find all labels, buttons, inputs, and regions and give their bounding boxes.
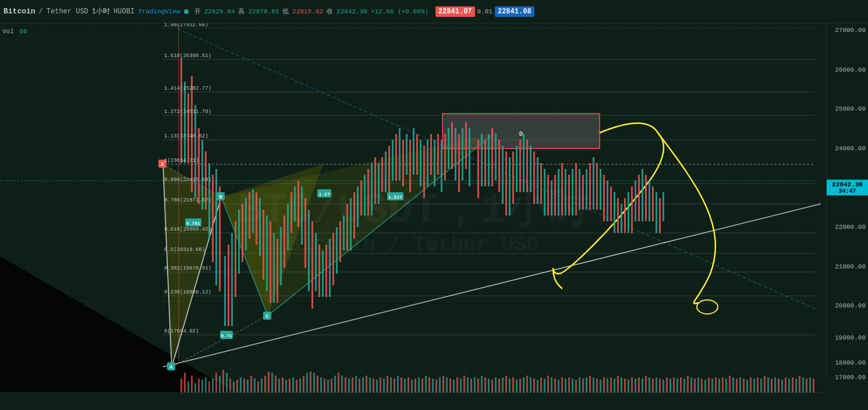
svg-rect-192 — [271, 373, 273, 393]
svg-rect-63 — [301, 186, 303, 245]
svg-rect-211 — [338, 373, 339, 393]
svg-text:0(17604.62): 0(17604.62) — [164, 328, 199, 334]
svg-rect-313 — [694, 379, 696, 393]
svg-rect-292 — [621, 377, 622, 393]
svg-rect-308 — [676, 379, 678, 393]
svg-rect-106 — [451, 122, 453, 169]
low-value: 22815.82 — [292, 8, 323, 15]
current-price: 22842.30 — [829, 181, 866, 188]
svg-rect-245 — [456, 377, 458, 393]
svg-text:1.414(25282.77): 1.414(25282.77) — [164, 86, 211, 91]
svg-rect-250 — [474, 377, 476, 393]
svg-rect-269 — [540, 377, 542, 393]
svg-rect-332 — [760, 379, 762, 393]
svg-rect-163 — [656, 192, 657, 233]
svg-rect-296 — [635, 379, 636, 393]
platform: TradingView — [138, 8, 180, 15]
svg-rect-169 — [191, 376, 193, 393]
svg-rect-234 — [418, 377, 420, 393]
svg-rect-184 — [243, 379, 245, 393]
timeframe[interactable]: 1小时 — [92, 6, 110, 16]
svg-rect-162 — [652, 186, 654, 221]
svg-text:1.13(23740.62): 1.13(23740.62) — [164, 133, 208, 139]
svg-rect-68 — [318, 245, 320, 297]
svg-rect-171 — [198, 379, 200, 393]
open-value: 22829.64 — [204, 8, 235, 15]
svg-rect-67 — [315, 233, 317, 291]
svg-rect-196 — [285, 380, 287, 393]
svg-rect-204 — [313, 373, 315, 393]
svg-rect-141 — [579, 169, 580, 210]
svg-rect-175 — [212, 379, 214, 393]
svg-rect-147 — [600, 169, 601, 210]
svg-rect-219 — [366, 376, 367, 393]
svg-rect-96 — [416, 134, 418, 175]
svg-rect-134 — [554, 175, 556, 215]
low-label: 低 — [282, 7, 289, 16]
svg-rect-242 — [446, 377, 448, 393]
svg-rect-118 — [498, 140, 500, 192]
svg-rect-131 — [544, 169, 545, 215]
svg-text:0.781: 0.781 — [186, 221, 200, 226]
svg-rect-252 — [481, 376, 483, 393]
svg-rect-148 — [603, 175, 605, 221]
svg-rect-140 — [575, 163, 577, 215]
y-price-level: 19000.00 — [835, 334, 866, 341]
svg-rect-333 — [764, 376, 766, 393]
svg-rect-217 — [359, 379, 360, 393]
svg-rect-155 — [628, 192, 629, 233]
svg-rect-88 — [388, 146, 390, 192]
svg-text:1.272(24511.70): 1.272(24511.70) — [164, 109, 211, 115]
svg-rect-311 — [687, 376, 689, 393]
svg-rect-224 — [383, 379, 385, 393]
vol-value: 60 — [19, 28, 27, 35]
svg-rect-154 — [624, 198, 626, 233]
svg-rect-274 — [558, 380, 559, 393]
svg-rect-121 — [509, 157, 511, 215]
svg-rect-279 — [575, 380, 577, 393]
svg-rect-125 — [523, 134, 525, 192]
svg-text:0.382(19678.91): 0.382(19678.91) — [164, 266, 211, 271]
svg-rect-307 — [673, 377, 675, 393]
svg-rect-64 — [304, 198, 306, 268]
svg-rect-46 — [242, 204, 243, 262]
svg-rect-218 — [362, 377, 364, 393]
svg-rect-193 — [275, 376, 277, 393]
svg-rect-228 — [397, 376, 399, 393]
current-price-label: 22842.30 34:47 — [827, 180, 868, 196]
current-time: 34:47 — [829, 188, 866, 195]
svg-rect-304 — [662, 380, 664, 393]
svg-rect-195 — [282, 377, 284, 393]
svg-rect-233 — [414, 379, 416, 393]
svg-rect-264 — [523, 377, 525, 393]
svg-rect-168 — [187, 381, 189, 393]
svg-text:0.5(20319.60): 0.5(20319.60) — [164, 247, 205, 253]
svg-rect-50 — [256, 192, 257, 245]
svg-text:1.90(27932.66): 1.90(27932.66) — [164, 23, 208, 28]
svg-rect-150 — [610, 186, 612, 221]
svg-rect-337 — [778, 379, 780, 393]
svg-rect-73 — [336, 227, 338, 274]
svg-text:1.618(26390.51): 1.618(26390.51) — [164, 53, 211, 59]
svg-rect-302 — [656, 377, 657, 393]
high-label: 高 — [238, 7, 245, 16]
svg-rect-206 — [320, 377, 322, 393]
spread: 0.01 — [477, 8, 493, 15]
svg-rect-122 — [512, 151, 514, 204]
svg-rect-278 — [572, 379, 573, 393]
svg-rect-324 — [732, 377, 734, 393]
x-axis — [0, 393, 826, 410]
svg-rect-151 — [614, 192, 615, 233]
quote-currency: Tether USD — [47, 8, 88, 16]
svg-rect-261 — [512, 377, 514, 393]
svg-rect-43 — [231, 233, 233, 326]
svg-rect-305 — [666, 377, 668, 393]
svg-rect-243 — [449, 379, 451, 393]
svg-rect-330 — [753, 379, 755, 393]
svg-rect-230 — [404, 379, 406, 393]
svg-rect-291 — [617, 376, 619, 393]
open-label: 开 — [194, 7, 201, 16]
svg-rect-45 — [238, 210, 240, 274]
svg-text:1.817: 1.817 — [388, 195, 402, 200]
svg-rect-111 — [469, 128, 470, 186]
